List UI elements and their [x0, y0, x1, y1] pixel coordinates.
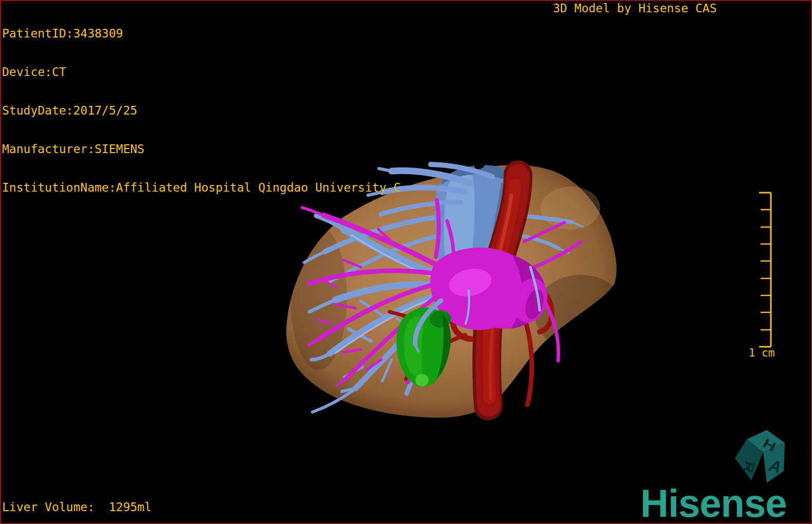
hisense-logo: Hisense: [640, 484, 787, 524]
institution-line: InstitutionName:Affiliated Hospital Qing…: [2, 181, 400, 194]
viewer-title: 3D Model by Hisense CAS: [553, 2, 717, 15]
device-line: Device:CT: [2, 66, 400, 79]
viewer-window: 1 cm H R A PatientID:3438309 Device:CT S…: [0, 0, 812, 524]
manufacturer-line: Manufacturer:SIEMENS: [2, 143, 400, 156]
liver-volume-readout: Liver Volume: 1295ml: [2, 501, 152, 514]
scale-label: 1 cm: [749, 347, 775, 359]
orientation-cube[interactable]: H R A: [735, 430, 785, 483]
study-date-line: StudyDate:2017/5/25: [2, 104, 400, 117]
study-info-overlay: PatientID:3438309 Device:CT StudyDate:20…: [2, 2, 400, 220]
patient-id-line: PatientID:3438309: [2, 27, 400, 40]
scale-ruler: 1 cm: [749, 193, 775, 359]
